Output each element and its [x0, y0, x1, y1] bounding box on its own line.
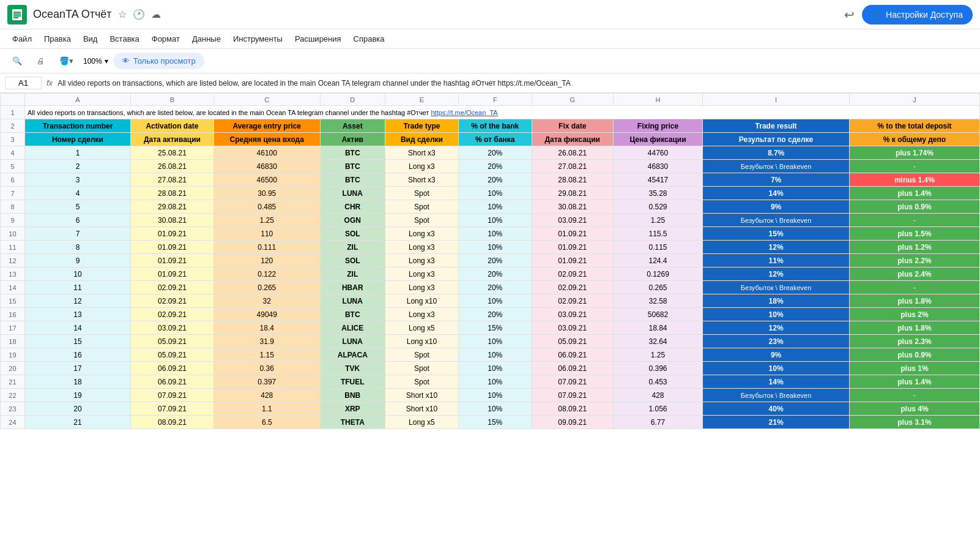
- col-header-e[interactable]: E: [385, 94, 459, 106]
- cell-activation-date: 01.09.21: [131, 241, 214, 254]
- telegram-link[interactable]: https://t.me/Ocean_TA: [431, 109, 497, 116]
- cell-asset: THETA: [320, 416, 385, 429]
- search-button[interactable]: 🔍: [7, 54, 27, 68]
- cell-transaction-num: 14: [24, 321, 130, 335]
- cell-fix-date: 28.08.21: [532, 173, 613, 187]
- star-icon[interactable]: ☆: [118, 9, 127, 20]
- col-header-j[interactable]: J: [849, 94, 979, 106]
- hdr-pct-bank: % of the bank: [458, 119, 532, 133]
- cell-asset: OGN: [320, 214, 385, 227]
- col-header-g[interactable]: G: [532, 94, 613, 106]
- cell-transaction-num: 5: [24, 200, 130, 214]
- hdr-trade-result: Trade result: [703, 119, 850, 133]
- cell-activation-date: 26.08.21: [131, 160, 214, 173]
- col-header-f[interactable]: F: [458, 94, 532, 106]
- access-button[interactable]: 👤 Настройки Доступа: [862, 5, 973, 24]
- eye-icon: 👁: [122, 56, 130, 65]
- cell-transaction-num: 18: [24, 375, 130, 389]
- cell-avg-price: 0.397: [213, 375, 320, 389]
- doc-title: OceanTA Отчёт: [33, 8, 112, 21]
- cell-trade-result: 8.7%: [703, 146, 850, 160]
- cell-trade-type: Long x3: [385, 308, 459, 321]
- cell-avg-price: 1.1: [213, 402, 320, 416]
- cell-avg-price: 428: [213, 389, 320, 402]
- cell-fix-date: 06.09.21: [532, 348, 613, 362]
- cell-reference[interactable]: [5, 77, 42, 89]
- view-only-button[interactable]: 👁 Только просмотр: [113, 53, 204, 69]
- row-num-16: 16: [1, 308, 25, 321]
- zoom-control[interactable]: 100% ▾: [83, 57, 108, 65]
- cell-fix-date: 06.09.21: [532, 362, 613, 375]
- cell-asset: BTC: [320, 160, 385, 173]
- col-header-d[interactable]: D: [320, 94, 385, 106]
- col-header-i[interactable]: I: [703, 94, 850, 106]
- cell-fix-price: 0.453: [613, 375, 702, 389]
- print-button[interactable]: 🖨: [32, 54, 50, 68]
- col-header-b[interactable]: B: [131, 94, 214, 106]
- cell-activation-date: 28.08.21: [131, 187, 214, 200]
- svg-rect-2: [13, 13, 21, 15]
- cloud-icon[interactable]: ☁: [151, 9, 161, 20]
- cell-fix-date: 03.09.21: [532, 214, 613, 227]
- cell-trade-result: Безубыток \ Breakeven: [703, 389, 850, 402]
- col-header-a[interactable]: A: [24, 94, 130, 106]
- cell-asset: BNB: [320, 389, 385, 402]
- cell-fix-date: 30.08.21: [532, 200, 613, 214]
- menu-insert[interactable]: Вставка: [105, 32, 144, 46]
- menu-help[interactable]: Справка: [349, 32, 390, 46]
- row-num-6: 6: [1, 173, 25, 187]
- cell-avg-price: 46830: [213, 160, 320, 173]
- cell-pct-bank: 10%: [458, 362, 532, 375]
- menu-view[interactable]: Вид: [78, 32, 103, 46]
- cell-asset: BTC: [320, 146, 385, 160]
- cell-activation-date: 06.09.21: [131, 362, 214, 375]
- cell-avg-price: 1.25: [213, 214, 320, 227]
- cell-transaction-num: 16: [24, 348, 130, 362]
- cell-trade-result: 18%: [703, 294, 850, 308]
- cell-avg-price: 0.485: [213, 200, 320, 214]
- cell-fix-price: 0.529: [613, 200, 702, 214]
- row-num-12: 12: [1, 254, 25, 267]
- cell-avg-price: 49049: [213, 308, 320, 321]
- cell-asset: SOL: [320, 227, 385, 241]
- cell-trade-result: 21%: [703, 416, 850, 429]
- cell-fix-date: 01.09.21: [532, 241, 613, 254]
- cell-trade-result: 40%: [703, 402, 850, 416]
- menu-extensions[interactable]: Расширения: [290, 32, 346, 46]
- cell-pct-bank: 20%: [458, 254, 532, 267]
- cell-fix-price: 50682: [613, 308, 702, 321]
- menu-edit[interactable]: Правка: [39, 32, 76, 46]
- row-num-3: 3: [1, 133, 25, 146]
- hdr-ru-asset: Актив: [320, 133, 385, 146]
- cell-avg-price: 6.5: [213, 416, 320, 429]
- cell-activation-date: 07.09.21: [131, 402, 214, 416]
- col-header-h[interactable]: H: [613, 94, 702, 106]
- row-num-10: 10: [1, 227, 25, 241]
- toolbar: 🔍 🖨 🪣▾ 100% ▾ 👁 Только просмотр: [0, 49, 980, 73]
- cell-pct-bank: 10%: [458, 200, 532, 214]
- cell-activation-date: 05.09.21: [131, 348, 214, 362]
- cell-avg-price: 0.122: [213, 267, 320, 281]
- menu-format[interactable]: Формат: [147, 32, 185, 46]
- menu-file[interactable]: Файл: [7, 32, 37, 46]
- clock-icon[interactable]: 🕐: [133, 9, 145, 20]
- cell-trade-result: 9%: [703, 200, 850, 214]
- cell-fix-price: 35.28: [613, 187, 702, 200]
- zoom-dropdown-icon[interactable]: ▾: [105, 57, 108, 65]
- cell-activation-date: 27.08.21: [131, 173, 214, 187]
- cell-transaction-num: 7: [24, 227, 130, 241]
- menu-tools[interactable]: Инструменты: [228, 32, 288, 46]
- history-icon[interactable]: ↩: [844, 7, 855, 22]
- cell-trade-type: Long x3: [385, 227, 459, 241]
- row-num-11: 11: [1, 241, 25, 254]
- paintbucket-button[interactable]: 🪣▾: [54, 54, 78, 68]
- row-num-18: 18: [1, 335, 25, 348]
- cell-fix-price: 1.25: [613, 214, 702, 227]
- cell-pct-bank: 10%: [458, 335, 532, 348]
- col-header-c[interactable]: C: [213, 94, 320, 106]
- cell-trade-result: 11%: [703, 254, 850, 267]
- menu-data[interactable]: Данные: [187, 32, 226, 46]
- cell-trade-result: Безубыток \ Breakeven: [703, 160, 850, 173]
- table-row: 131001.09.210.122ZILLong x320%02.09.210.…: [1, 267, 980, 281]
- sheet-table: A B C D E F G H I J 1 All video reports …: [0, 93, 980, 429]
